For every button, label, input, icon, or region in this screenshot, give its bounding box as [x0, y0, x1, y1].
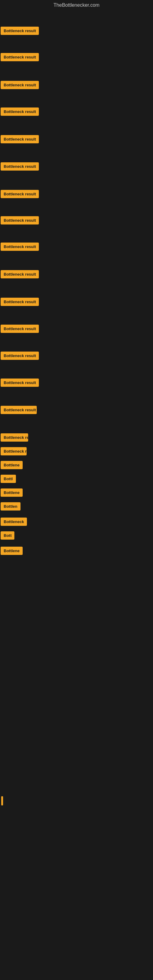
bottleneck-item-19: Bottl: [0, 475, 16, 484]
bottleneck-item-21: Bottlen: [0, 502, 21, 512]
bottleneck-badge-2[interactable]: Bottleneck result: [1, 53, 39, 61]
site-header: TheBottlenecker.com: [0, 0, 153, 9]
bottleneck-item-18: Bottlene: [0, 461, 22, 470]
bottleneck-item-17: Bottleneck r: [0, 447, 27, 457]
bottleneck-item-24: Bottlene: [0, 547, 22, 556]
bottleneck-badge-9[interactable]: Bottleneck result: [1, 243, 39, 251]
bottleneck-badge-15[interactable]: Bottleneck result: [1, 406, 37, 414]
bottleneck-badge-5[interactable]: Bottleneck result: [1, 135, 39, 143]
bottleneck-item-3: Bottleneck result: [0, 81, 39, 90]
bottleneck-badge-20[interactable]: Bottlene: [1, 488, 22, 497]
bottleneck-badge-17[interactable]: Bottleneck r: [1, 447, 27, 455]
small-indicator-section: [1, 796, 3, 807]
bottleneck-item-1: Bottleneck result: [0, 27, 39, 36]
bottleneck-item-20: Bottlene: [0, 488, 22, 498]
bottleneck-item-16: Bottleneck result: [0, 433, 28, 443]
bottleneck-item-2: Bottleneck result: [0, 53, 39, 62]
small-indicator: [1, 796, 3, 805]
bottleneck-item-4: Bottleneck result: [0, 108, 39, 117]
bottleneck-badge-19[interactable]: Bottl: [1, 475, 16, 483]
bottleneck-item-10: Bottleneck result: [0, 270, 39, 280]
bottleneck-item-7: Bottleneck result: [0, 190, 39, 199]
bottleneck-badge-24[interactable]: Bottlene: [1, 547, 22, 555]
bottleneck-item-5: Bottleneck result: [0, 135, 39, 145]
bottleneck-list: Bottleneck resultBottleneck resultBottle…: [0, 9, 153, 622]
bottleneck-item-9: Bottleneck result: [0, 243, 39, 252]
bottleneck-badge-16[interactable]: Bottleneck result: [1, 433, 28, 442]
bottleneck-badge-22[interactable]: Bottleneck: [1, 517, 27, 526]
site-title: TheBottlenecker.com: [0, 0, 153, 9]
bottleneck-item-15: Bottleneck result: [0, 406, 37, 415]
bottleneck-badge-11[interactable]: Bottleneck result: [1, 298, 39, 306]
bottleneck-badge-10[interactable]: Bottleneck result: [1, 270, 39, 278]
bottleneck-item-14: Bottleneck result: [0, 379, 39, 388]
bottleneck-badge-6[interactable]: Bottleneck result: [1, 162, 39, 170]
bottleneck-item-12: Bottleneck result: [0, 325, 39, 334]
bottleneck-badge-21[interactable]: Bottlen: [1, 502, 21, 511]
bottleneck-badge-13[interactable]: Bottleneck result: [1, 352, 39, 360]
bottleneck-badge-8[interactable]: Bottleneck result: [1, 216, 39, 224]
bottleneck-item-8: Bottleneck result: [0, 216, 39, 226]
bottleneck-badge-4[interactable]: Bottleneck result: [1, 108, 39, 116]
bottleneck-item-23: Bott: [0, 531, 14, 541]
bottleneck-item-11: Bottleneck result: [0, 298, 39, 307]
bottleneck-badge-12[interactable]: Bottleneck result: [1, 325, 39, 333]
bottleneck-badge-18[interactable]: Bottlene: [1, 461, 22, 469]
bottleneck-item-22: Bottleneck: [0, 517, 27, 527]
bottleneck-item-6: Bottleneck result: [0, 162, 39, 172]
bottleneck-item-13: Bottleneck result: [0, 352, 39, 361]
bottleneck-badge-23[interactable]: Bott: [1, 531, 14, 539]
bottleneck-badge-7[interactable]: Bottleneck result: [1, 190, 39, 198]
bottleneck-badge-3[interactable]: Bottleneck result: [1, 81, 39, 89]
bottleneck-badge-14[interactable]: Bottleneck result: [1, 379, 39, 387]
bottleneck-badge-1[interactable]: Bottleneck result: [1, 27, 39, 35]
